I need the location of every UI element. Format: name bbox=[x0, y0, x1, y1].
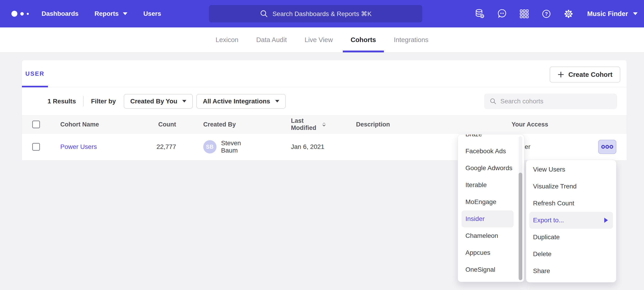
project-name: Music Finder bbox=[587, 10, 628, 18]
menu-item-onesignal[interactable]: OneSignal bbox=[458, 261, 524, 278]
chevron-down-icon bbox=[275, 100, 279, 102]
submenu-scrollbar-thumb[interactable] bbox=[519, 173, 522, 280]
nav-users[interactable]: Users bbox=[144, 10, 161, 17]
three-dots-actions-icon bbox=[601, 145, 613, 149]
results-count: 1 Results bbox=[48, 98, 76, 105]
create-cohort-button[interactable]: Create Cohort bbox=[550, 67, 620, 83]
feedback-chat-icon[interactable] bbox=[497, 9, 508, 19]
column-header-count: Count bbox=[153, 121, 176, 128]
cohorts-card: USER Create Cohort 1 Results Filter by C… bbox=[22, 60, 627, 161]
chevron-down-icon bbox=[123, 12, 128, 15]
creator-name: Steven Baum bbox=[221, 139, 260, 154]
chevron-down-icon bbox=[182, 100, 186, 102]
settings-gear-icon[interactable] bbox=[563, 9, 574, 19]
plus-icon bbox=[558, 71, 564, 78]
cohort-search-box bbox=[484, 94, 617, 109]
menu-item-chameleon[interactable]: Chameleon bbox=[458, 227, 524, 244]
cohorts-card-header: USER Create Cohort bbox=[22, 60, 627, 87]
tab-cohorts[interactable]: Cohorts bbox=[343, 28, 384, 52]
tab-integrations[interactable]: Integrations bbox=[386, 28, 436, 52]
menu-item-google-adwords[interactable]: Google Adwords bbox=[458, 160, 524, 177]
filter-by-label: Filter by bbox=[91, 98, 116, 105]
last-modified-cell: Jan 6, 2021 bbox=[260, 143, 326, 151]
menu-item-facebook-ads[interactable]: Facebook Ads bbox=[458, 143, 524, 160]
data-management-icon[interactable] bbox=[474, 9, 485, 19]
logo-dots-icon[interactable] bbox=[12, 11, 29, 17]
menu-item-refresh-count[interactable]: Refresh Count bbox=[526, 195, 616, 212]
menu-item-view-users[interactable]: View Users bbox=[526, 161, 616, 178]
topbar-right-icons: ? Music Finder bbox=[474, 0, 638, 28]
menu-item-duplicate[interactable]: Duplicate bbox=[526, 229, 616, 246]
filter-row: 1 Results Filter by Created By You All A… bbox=[22, 87, 627, 115]
submenu-arrow-icon bbox=[604, 218, 608, 223]
select-all-checkbox[interactable] bbox=[32, 120, 40, 128]
search-icon bbox=[490, 97, 497, 105]
menu-item-export-to[interactable]: Export to... bbox=[529, 212, 613, 229]
tab-data-audit[interactable]: Data Audit bbox=[248, 28, 294, 52]
menu-item-delete[interactable]: Delete bbox=[526, 246, 616, 262]
row-actions-menu: View Users Visualize Trend Refresh Count… bbox=[526, 160, 616, 282]
column-header-last-modified[interactable]: Last Modified bbox=[260, 117, 326, 131]
avatar: SB bbox=[203, 140, 216, 154]
tab-live-view[interactable]: Live View bbox=[297, 28, 341, 52]
tab-user-cohorts[interactable]: USER bbox=[22, 60, 48, 87]
project-switcher[interactable]: Music Finder bbox=[587, 10, 638, 18]
row-checkbox[interactable] bbox=[32, 143, 40, 151]
row-actions-button[interactable] bbox=[598, 140, 616, 154]
menu-item-share[interactable]: Share bbox=[526, 262, 616, 279]
created-by-filter-dropdown[interactable]: Created By You bbox=[124, 94, 193, 109]
apps-grid-icon[interactable] bbox=[519, 9, 530, 19]
tab-lexicon[interactable]: Lexicon bbox=[208, 28, 246, 52]
divider bbox=[83, 96, 84, 106]
nav-dashboards[interactable]: Dashboards bbox=[42, 10, 78, 17]
global-search-placeholder: Search Dashboards & Reports ⌘K bbox=[272, 10, 372, 18]
export-destination-list: Braze Facebook Ads Google Adwords Iterab… bbox=[458, 134, 524, 278]
sort-icon bbox=[322, 121, 326, 128]
menu-item-braze[interactable]: Braze bbox=[458, 134, 524, 143]
menu-item-visualize-trend[interactable]: Visualize Trend bbox=[526, 178, 616, 195]
search-icon bbox=[260, 9, 268, 18]
integrations-filter-dropdown[interactable]: All Active Integrations bbox=[196, 94, 286, 109]
topbar: Dashboards Reports Users Search Dashboar… bbox=[0, 0, 644, 28]
export-destination-submenu: Braze Facebook Ads Google Adwords Iterab… bbox=[458, 134, 524, 282]
table-header: Cohort Name Count Created By Last Modifi… bbox=[22, 115, 627, 133]
nav-reports[interactable]: Reports bbox=[94, 10, 128, 17]
menu-item-moengage[interactable]: MoEngage bbox=[458, 194, 524, 210]
menu-item-iterable[interactable]: Iterable bbox=[458, 177, 524, 194]
column-header-description: Description bbox=[326, 121, 480, 128]
svg-text:?: ? bbox=[545, 11, 548, 17]
table-row: Power Users 22,777 SB Steven Baum Jan 6,… bbox=[22, 133, 627, 160]
column-header-created-by: Created By bbox=[176, 121, 260, 128]
menu-item-insider[interactable]: Insider bbox=[462, 210, 514, 227]
global-search-input[interactable]: Search Dashboards & Reports ⌘K bbox=[209, 5, 422, 22]
cohort-name-link[interactable]: Power Users bbox=[60, 143, 97, 150]
top-navigation: Dashboards Reports Users bbox=[42, 10, 161, 17]
cohort-count: 22,777 bbox=[153, 143, 176, 151]
help-icon[interactable]: ? bbox=[541, 9, 552, 19]
created-by-cell: SB Steven Baum bbox=[176, 139, 260, 154]
data-management-tabs: Lexicon Data Audit Live View Cohorts Int… bbox=[0, 28, 644, 53]
menu-item-appcues[interactable]: Appcues bbox=[458, 244, 524, 261]
cohort-search-input[interactable] bbox=[500, 98, 612, 105]
logo-dot-small bbox=[27, 13, 29, 15]
chevron-down-icon bbox=[633, 12, 638, 15]
logo-dot-large bbox=[12, 11, 17, 17]
column-header-your-access: Your Access bbox=[480, 121, 627, 128]
column-header-cohort-name: Cohort Name bbox=[50, 121, 153, 128]
logo-dot-medium bbox=[20, 12, 24, 16]
